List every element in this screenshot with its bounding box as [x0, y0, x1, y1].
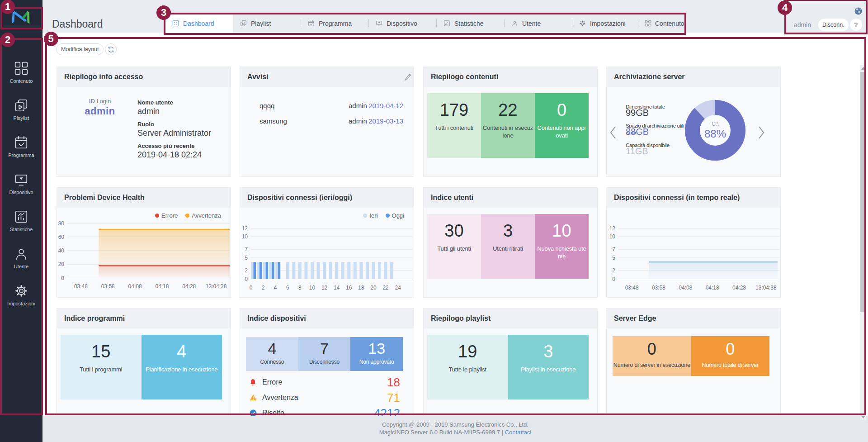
footer-copyright: Copyright @ 2009 - 2019 Samsung Electron… — [42, 421, 868, 428]
refresh-icon-svg — [108, 46, 114, 53]
card-body: 02040608003:4803:5804:0804:1804:2813:04:… — [57, 208, 231, 297]
login-id-label: ID Login — [75, 98, 125, 105]
storage-next-button[interactable] — [758, 126, 765, 139]
tile-utenti-ritirati[interactable]: 3Utenti ritirati — [481, 214, 535, 279]
tile-contenuti-in-esecuzione[interactable]: 22Contenuti in esecuzione — [481, 93, 535, 158]
card-header: Riepilogo contenuti — [424, 67, 597, 87]
edit-layout-button[interactable]: Modifica layout — [56, 43, 104, 55]
tile-label: Nuova richiesta utente — [535, 245, 589, 260]
statistics-icon-svg — [14, 209, 28, 224]
tile-non-approvato[interactable]: 13Non approvato — [350, 337, 403, 371]
chart-legend: IeriOggi — [363, 212, 404, 219]
svg-text:7: 7 — [612, 246, 615, 252]
svg-text:04:28: 04:28 — [732, 285, 746, 291]
tile-contenuti-non-approvati[interactable]: 0Contenuti non approvati — [535, 93, 589, 158]
tab-contenuto[interactable]: Contenuto — [640, 14, 686, 33]
tab-playlist[interactable]: Playlist — [233, 14, 301, 33]
tile-tutte-le-playlist[interactable]: 19Tutte le playlist — [427, 335, 508, 399]
tab-label: Statistiche — [454, 20, 484, 27]
notice-date-link[interactable]: 2019-04-12 — [368, 102, 403, 109]
connected-realtime-chart: 0257101203:4803:5804:0804:1804:2813:04:3… — [607, 208, 780, 297]
refresh-button[interactable] — [105, 43, 117, 55]
card-header: Indice utenti — [424, 188, 597, 208]
scroll-up-button[interactable] — [860, 65, 866, 71]
login-field: Nome utenteadmin — [137, 99, 211, 116]
sidebar-item-impostazioni[interactable]: Impostazioni — [0, 280, 42, 317]
legend-label: Errore — [161, 212, 178, 219]
schedule-icon — [308, 20, 315, 27]
status-label: Risolto — [262, 409, 284, 416]
sidebar-item-dispositivo[interactable]: Dispositivo — [0, 169, 42, 206]
scrollbar-thumb[interactable] — [860, 72, 866, 312]
chevron-left-icon — [609, 126, 617, 139]
tile-label: Tutti i contenuti — [434, 124, 475, 132]
notice-row[interactable]: samsungadmin2019-03-13 — [240, 117, 414, 126]
sidebar-item-statistiche[interactable]: Statistiche — [0, 206, 42, 243]
status-row-risolto[interactable]: Risolto4212 — [250, 405, 400, 416]
connected-daily-chart: 02571012024681012141618202224 — [240, 208, 414, 297]
sidebar-item-utente[interactable]: Utente — [0, 243, 42, 280]
svg-text:12: 12 — [242, 225, 248, 232]
tile-label: Playlist in esecuzione — [519, 366, 577, 373]
card-connected-realtime: Dispositivi connessi (in tempo reale)025… — [606, 187, 781, 298]
tile-tutti-gli-utenti[interactable]: 30Tutti gli utenti — [427, 214, 481, 279]
legend-item[interactable]: Errore — [155, 212, 178, 219]
logout-button[interactable]: Disconn. — [818, 19, 849, 31]
svg-text:20: 20 — [370, 285, 377, 291]
tile-value: 13 — [368, 340, 385, 357]
footer-version: MagicINFO Server 6.0 Build NA-MIIPS-6999… — [42, 428, 868, 436]
sidebar-item-contenuto[interactable]: Contenuto — [0, 57, 42, 95]
legend-label: Oggi — [392, 212, 404, 219]
storage-prev-button[interactable] — [609, 126, 617, 139]
tile-disconnesso[interactable]: 7Disconnesso — [298, 337, 351, 371]
playlist-icon-svg — [240, 20, 247, 27]
tile-connesso[interactable]: 4Connesso — [246, 337, 298, 371]
tile-label: Numero totale di server — [702, 361, 759, 369]
tab-dashboard[interactable]: Dashboard — [165, 14, 233, 33]
notice-row[interactable]: qqqqadmin2019-04-12 — [240, 102, 414, 111]
legend-item[interactable]: Ieri — [363, 212, 377, 219]
tab-utente[interactable]: Utente — [504, 14, 572, 33]
status-row-avvertenza[interactable]: Avvertenza71 — [250, 390, 400, 405]
card-body: 02571012024681012141618202224IeriOggi — [240, 208, 414, 297]
svg-text:04:28: 04:28 — [182, 283, 196, 290]
legend-item[interactable]: Avvertenza — [185, 212, 221, 219]
tab-statistiche[interactable]: Statistiche — [436, 14, 504, 33]
tab-programma[interactable]: Programma — [301, 14, 368, 33]
edit-notices-icon[interactable] — [404, 73, 411, 81]
tab-separator — [436, 19, 437, 27]
login-fields: Nome utenteadminRuoloServer Administrato… — [137, 99, 211, 164]
tile-tutti-i-contenuti[interactable]: 179Tutti i contenuti — [427, 93, 481, 158]
sidebar-item-playlist[interactable]: Playlist — [0, 95, 42, 132]
tab-label: Dashboard — [183, 20, 214, 27]
playlist-icon-svg — [14, 98, 28, 113]
help-button[interactable]: ? — [850, 19, 862, 31]
sidebar-item-programma[interactable]: Programma — [0, 132, 42, 169]
svg-text:18: 18 — [358, 285, 364, 291]
field-value: Server Administrator — [137, 128, 211, 138]
card-header: Indice dispositivi — [240, 309, 414, 328]
warning-icon — [250, 394, 256, 401]
tile-nuova-richiesta-utente[interactable]: 10Nuova richiesta utente — [535, 214, 589, 279]
tile-tutti-i-programmi[interactable]: 15Tutti i programmi — [61, 335, 142, 399]
tile-playlist-in-esecuzione[interactable]: 3Playlist in esecuzione — [508, 335, 589, 399]
tab-dispositivo[interactable]: Dispositivo — [368, 14, 436, 33]
tile-numero-di-server-in-esecuzione[interactable]: 0Numero di server in esecuzione — [613, 336, 691, 376]
tile-numero-totale-di-server[interactable]: 0Numero totale di server — [691, 336, 770, 376]
magicinfo-logo[interactable] — [11, 11, 31, 26]
tab-impostazioni[interactable]: Impostazioni — [572, 14, 640, 33]
statistics-icon-svg — [443, 20, 450, 27]
tile-value: 4 — [177, 342, 186, 361]
card-body: 0Numero di server in esecuzione0Numero t… — [607, 328, 780, 416]
legend-item[interactable]: Oggi — [386, 212, 404, 219]
contact-link[interactable]: Contattaci — [505, 429, 532, 436]
tile-pianificazione-in-esecuzione[interactable]: 4Pianificazione in esecuzione — [142, 335, 222, 399]
summary-tiles: 179Tutti i contenuti22Contenuti in esecu… — [427, 93, 589, 158]
login-field: Accesso più recente2019-04-18 02:24 — [137, 143, 211, 160]
status-row-errore[interactable]: Errore18 — [250, 375, 400, 390]
device-status-rows: Errore18Avvertenza71Risolto4212 — [250, 375, 400, 416]
vertical-scrollbar[interactable] — [860, 65, 866, 420]
scroll-down-button[interactable] — [860, 413, 866, 420]
notice-date-link[interactable]: 2019-03-13 — [368, 117, 403, 125]
globe-icon[interactable] — [854, 7, 862, 14]
